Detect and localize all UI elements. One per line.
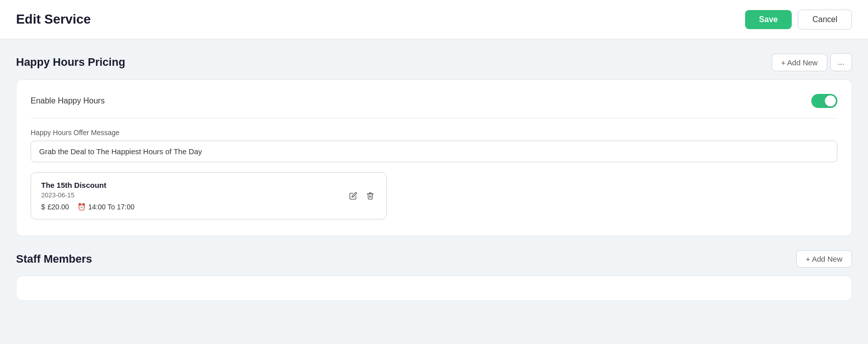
- happy-hours-card: Enable Happy Hours Happy Hours Offer Mes…: [16, 79, 852, 236]
- dollar-icon: $: [41, 203, 45, 211]
- happy-hours-more-button[interactable]: ...: [830, 53, 852, 71]
- page-title: Edit Service: [16, 12, 91, 27]
- happy-hours-section: Happy Hours Pricing + Add New ... Enable…: [16, 53, 852, 236]
- discount-actions: [347, 190, 376, 202]
- header-actions: Save Cancel: [745, 10, 852, 30]
- happy-hours-section-header: Happy Hours Pricing + Add New ...: [16, 53, 852, 71]
- happy-hours-header-actions: + Add New ...: [772, 53, 852, 71]
- main-content: Happy Hours Pricing + Add New ... Enable…: [0, 39, 868, 315]
- delete-discount-button[interactable]: [364, 190, 376, 202]
- save-button[interactable]: Save: [745, 10, 792, 29]
- discount-card: The 15th Discount 2023-06-15 $ £20.00 ⏰ …: [31, 172, 387, 219]
- discount-name: The 15th Discount: [41, 181, 134, 189]
- staff-add-new-button[interactable]: + Add New: [796, 250, 852, 268]
- enable-happy-hours-row: Enable Happy Hours: [31, 94, 837, 119]
- edit-discount-button[interactable]: [347, 190, 359, 202]
- offer-message-input[interactable]: [31, 141, 837, 162]
- happy-hours-title: Happy Hours Pricing: [16, 56, 125, 69]
- discount-time-label: 14:00 To 17:00: [88, 203, 134, 211]
- happy-hours-add-new-button[interactable]: + Add New: [772, 54, 827, 71]
- discount-time: ⏰ 14:00 To 17:00: [77, 203, 134, 211]
- staff-card-placeholder: [16, 276, 852, 301]
- offer-message-label: Happy Hours Offer Message: [31, 129, 837, 137]
- discount-meta: $ £20.00 ⏰ 14:00 To 17:00: [41, 203, 134, 211]
- enable-happy-hours-label: Enable Happy Hours: [31, 96, 105, 105]
- cancel-button[interactable]: Cancel: [798, 10, 852, 30]
- discount-price-value: £20.00: [48, 203, 69, 211]
- trash-icon: [366, 192, 374, 200]
- edit-icon: [349, 192, 357, 200]
- staff-members-title: Staff Members: [16, 253, 92, 266]
- staff-members-section: Staff Members + Add New: [16, 250, 852, 301]
- clock-icon: ⏰: [77, 203, 86, 211]
- staff-header-actions: + Add New: [796, 250, 852, 268]
- discount-info: The 15th Discount 2023-06-15 $ £20.00 ⏰ …: [41, 181, 134, 211]
- enable-happy-hours-toggle[interactable]: [811, 94, 837, 108]
- discount-price: $ £20.00: [41, 203, 69, 211]
- discount-section: The 15th Discount 2023-06-15 $ £20.00 ⏰ …: [31, 162, 837, 221]
- offer-message-section: Happy Hours Offer Message: [31, 129, 837, 162]
- staff-section-header: Staff Members + Add New: [16, 250, 852, 268]
- page-header: Edit Service Save Cancel: [0, 0, 868, 39]
- discount-date: 2023-06-15: [41, 191, 134, 199]
